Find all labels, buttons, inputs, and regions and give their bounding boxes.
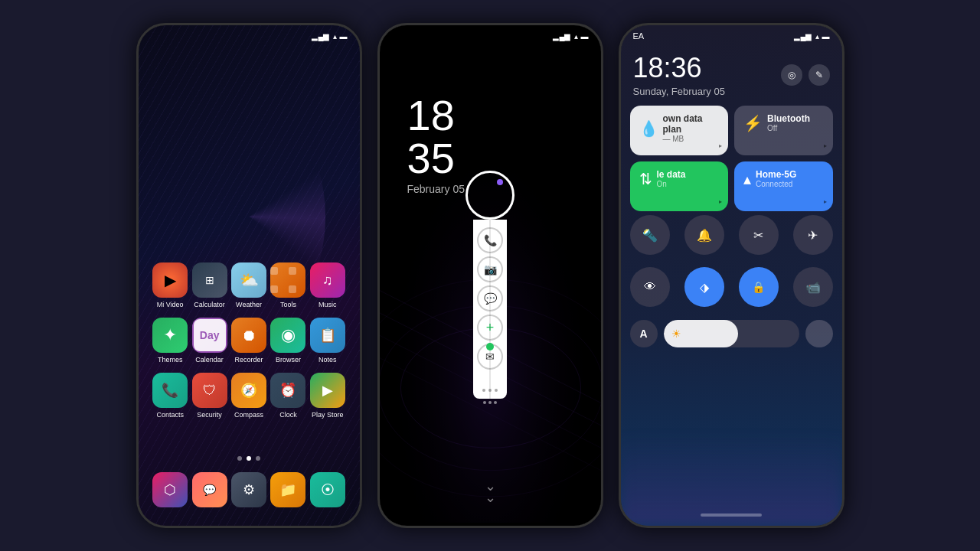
control-status-bar: EA ▂▄▆ ▴ ▬	[621, 25, 842, 47]
quick-tiles: 💧 own data plan — MB ▸ ⚡ Bluetooth Off ▸	[630, 106, 833, 211]
tile-wifi-sub: Connected	[756, 180, 796, 188]
tools-label: Tools	[280, 301, 296, 308]
app-calendar[interactable]: Day Calendar	[190, 318, 229, 364]
app-browser[interactable]: ◉ Browser	[269, 318, 308, 364]
music-icon: ♫	[310, 262, 345, 298]
dock-icon-2: 💬	[192, 472, 227, 507]
brightness-end	[805, 320, 833, 347]
compass-icon: 🧭	[231, 373, 266, 408]
themes-icon: ✦	[152, 318, 188, 353]
brightness-fill: ☀	[664, 320, 738, 347]
tools-icon	[270, 262, 305, 298]
security-label: Security	[197, 411, 222, 419]
dock-app-2[interactable]: 💬	[190, 472, 229, 510]
edit-icon[interactable]: ✎	[808, 64, 830, 86]
music-label: Music	[318, 301, 337, 308]
data-droplet-icon: 💧	[639, 119, 658, 138]
tile-bluetooth[interactable]: ⚡ Bluetooth Off ▸	[734, 106, 833, 155]
app-calculator[interactable]: ⊞ Calculator	[190, 262, 229, 308]
location-btn[interactable]: ⬗	[684, 267, 724, 307]
flashlight-btn[interactable]: 🔦	[630, 215, 670, 255]
contacts-icon: 📞	[152, 373, 188, 408]
carrier-label: EA	[633, 31, 645, 41]
dock-app-5[interactable]: ⦿	[308, 472, 347, 510]
tile-bt-title: Bluetooth	[767, 113, 810, 124]
dock-app-3[interactable]: ⚙	[229, 472, 268, 510]
notes-label: Notes	[318, 356, 337, 364]
wifi-icon-p3: ▴	[815, 32, 819, 41]
app-row-3: 📞 Contacts 🛡 Security 🧭 Compass ⏰ Clock …	[151, 373, 348, 419]
notes-icon: 📋	[310, 318, 345, 353]
app-notes[interactable]: 📋 Notes	[308, 318, 347, 364]
lockscreen-hour: 18	[407, 94, 465, 137]
key-phone-btn[interactable]: 📞	[477, 227, 503, 253]
app-playstore[interactable]: ▶ Play Store	[308, 373, 347, 419]
app-security[interactable]: 🛡 Security	[190, 373, 229, 419]
phone1: ▂▄▆ ▴ ▬ ▶ Mi Video ⊞ Calculator ⛅ Weathe…	[136, 23, 362, 528]
key-circle	[466, 171, 514, 220]
wifi-icon-p2: ▴	[574, 32, 578, 41]
tile-mobile-data[interactable]: 💧 own data plan — MB ▸	[630, 106, 729, 155]
tile-wifi-arrow: ▸	[824, 198, 827, 205]
alarm-btn[interactable]: 🔔	[684, 215, 724, 255]
status-icons-p2: ▂▄▆ ▴ ▬	[553, 32, 588, 41]
toggle-row-1: 🔦 🔔 ✂ ✈	[630, 215, 833, 255]
key-add-btn[interactable]: +	[477, 315, 503, 341]
app-music[interactable]: ♫ Music	[308, 262, 347, 308]
playstore-icon: ▶	[310, 373, 345, 408]
tile-mobile-arrow: ▸	[719, 198, 722, 205]
app-grid: ▶ Mi Video ⊞ Calculator ⛅ Weather Tools	[139, 262, 360, 419]
dot-2	[247, 456, 251, 461]
key-circle-dot	[497, 179, 503, 185]
bottom-dock: ⬡ 💬 ⚙ 📁 ⦿	[139, 472, 360, 510]
tile-mobile-sub: On	[657, 180, 686, 188]
control-date-display: Sunday, February 05	[633, 86, 725, 97]
key-camera-btn[interactable]: 📷	[477, 256, 503, 282]
wifi-tile-icon: ▴	[743, 170, 751, 188]
app-compass[interactable]: 🧭 Compass	[229, 373, 268, 419]
lock-btn[interactable]: 🔒	[739, 267, 779, 307]
clock-icon: ⏰	[270, 373, 305, 408]
recorder-icon: ⏺	[231, 318, 266, 353]
calendar-icon: Day	[192, 318, 227, 353]
app-tools[interactable]: Tools	[269, 262, 308, 308]
target-icon[interactable]: ◎	[781, 64, 802, 86]
brightness-track[interactable]: ☀	[664, 320, 799, 347]
airplane-btn[interactable]: ✈	[793, 215, 833, 255]
screenshot-btn[interactable]: ✂	[739, 215, 779, 255]
app-themes[interactable]: ✦ Themes	[151, 318, 190, 364]
dock-app-4[interactable]: 📁	[269, 472, 308, 510]
browser-label: Browser	[276, 356, 301, 364]
tile-data-arrow: ▸	[719, 142, 722, 149]
key-container: 📞 📷 💬 + ✉	[466, 171, 514, 404]
status-right: ▂▄▆ ▴ ▬	[794, 32, 829, 41]
themes-label: Themes	[158, 356, 183, 364]
app-recorder[interactable]: ⏺ Recorder	[229, 318, 268, 364]
key-msg-btn[interactable]: 💬	[477, 285, 503, 311]
signal-icon-p2: ▂▄▆	[553, 32, 570, 41]
key-tip-dot	[486, 343, 494, 350]
tile-data-sub: — MB	[663, 135, 720, 143]
app-mivideo[interactable]: ▶ Mi Video	[151, 262, 190, 308]
brightness-row: A ☀	[630, 320, 833, 347]
dock-icon-4: 📁	[270, 472, 305, 507]
app-contacts[interactable]: 📞 Contacts	[151, 373, 190, 419]
swipe-up-hint: ⌄ ⌄	[485, 481, 496, 503]
tile-wifi[interactable]: ▴ Home-5G Connected ▸	[734, 161, 833, 211]
page-dots	[237, 456, 260, 461]
app-weather[interactable]: ⛅ Weather	[229, 262, 268, 308]
contacts-label: Contacts	[156, 411, 184, 419]
dock-icon-1: ⬡	[152, 472, 188, 507]
tile-mobile-on[interactable]: ⇅ le data On ▸	[630, 161, 729, 211]
signal-icon: ▂▄▆	[312, 32, 329, 41]
calculator-icon: ⊞	[192, 262, 227, 298]
calculator-label: Calculator	[194, 301, 225, 308]
control-time-date: 18:36 Sunday, February 05	[633, 52, 725, 97]
video-btn[interactable]: 📹	[793, 267, 833, 307]
phone3: EA ▂▄▆ ▴ ▬ 18:36 Sunday, February 05 ◎ ✎…	[619, 23, 844, 528]
brightness-a-icon: A	[630, 320, 658, 347]
control-action-icons: ◎ ✎	[781, 64, 830, 86]
dock-app-1[interactable]: ⬡	[151, 472, 190, 510]
app-clock[interactable]: ⏰ Clock	[269, 373, 308, 419]
eye-btn[interactable]: 👁	[630, 267, 670, 307]
